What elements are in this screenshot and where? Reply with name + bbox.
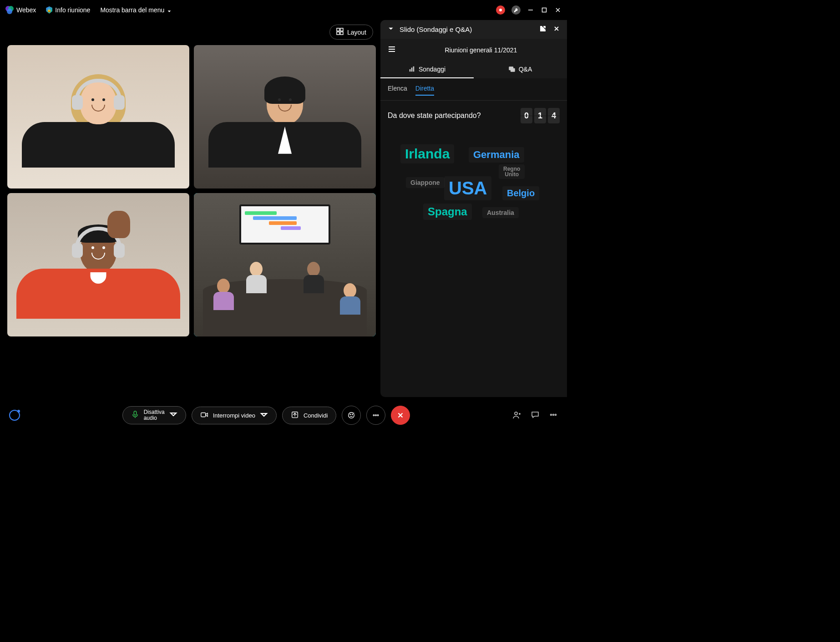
window-close-button[interactable] xyxy=(554,6,562,14)
svg-rect-18 xyxy=(134,411,136,415)
svg-point-31 xyxy=(553,414,554,415)
svg-point-22 xyxy=(350,414,350,414)
more-options-button[interactable] xyxy=(366,406,385,425)
svg-point-32 xyxy=(555,414,557,415)
webex-assistant-icon[interactable] xyxy=(9,410,20,421)
counter-digit: 4 xyxy=(548,108,560,123)
slido-poll-subtabs: Elenca Diretta xyxy=(380,78,567,101)
window-maximize-button[interactable] xyxy=(541,6,548,14)
svg-point-25 xyxy=(375,415,377,416)
subtab-live[interactable]: Diretta xyxy=(415,85,434,96)
meeting-info-label: Info riunione xyxy=(55,6,90,14)
tab-polls-label: Sondaggi xyxy=(419,66,445,73)
video-label: Interrompi video xyxy=(213,412,255,419)
participants-icon[interactable] xyxy=(512,410,521,421)
camera-icon xyxy=(200,411,208,420)
popout-icon[interactable] xyxy=(540,25,546,33)
share-button[interactable]: Condividi xyxy=(282,407,336,424)
participant-tile[interactable] xyxy=(7,193,189,336)
show-menu-label: Mostra barra del menu xyxy=(100,6,164,14)
hamburger-menu-icon[interactable] xyxy=(388,45,396,55)
svg-rect-17 xyxy=(511,68,515,71)
wordcloud-word: Spagna xyxy=(423,204,472,220)
wordcloud-word: Giappone xyxy=(406,177,445,188)
app-brand: Webex xyxy=(5,6,36,14)
wordcloud: USAIrlandaGermaniaSpagnaBelgioGiapponeRe… xyxy=(380,131,567,397)
mute-label: Disattivaaudio xyxy=(144,409,165,421)
meeting-info-button[interactable]: Info riunione xyxy=(46,6,90,14)
title-bar: Webex Info riunione Mostra barra del men… xyxy=(0,0,567,20)
meeting-controls-bar: Disattivaaudio Interrompi video Condiv xyxy=(0,397,567,433)
layout-button[interactable]: Layout xyxy=(329,25,373,40)
chevron-down-icon[interactable] xyxy=(260,411,268,420)
svg-rect-4 xyxy=(337,28,339,31)
poll-question-row: Da dove state partecipando? 0 1 4 xyxy=(380,101,567,131)
subtab-list[interactable]: Elenca xyxy=(388,85,407,96)
vote-counter: 0 1 4 xyxy=(521,108,560,123)
svg-point-21 xyxy=(349,413,354,418)
chevron-down-icon xyxy=(167,8,172,12)
participant-grid xyxy=(7,45,376,336)
slido-panel: Slido (Sondaggi e Q&A) Riunioni generali… xyxy=(380,20,567,397)
slido-event-title: Riunioni generali 11/2021 xyxy=(402,46,560,54)
encryption-indicator-icon[interactable] xyxy=(511,5,521,15)
svg-rect-13 xyxy=(410,69,411,71)
slido-panel-title: Slido (Sondaggi e Q&A) xyxy=(400,25,472,33)
app-name: Webex xyxy=(16,6,36,14)
participant-tile[interactable] xyxy=(194,45,376,189)
svg-rect-5 xyxy=(340,28,343,31)
svg-rect-1 xyxy=(542,8,547,12)
chat-icon[interactable] xyxy=(531,410,540,421)
svg-point-26 xyxy=(378,415,379,416)
svg-rect-7 xyxy=(340,32,343,35)
chevron-down-icon[interactable] xyxy=(169,410,177,420)
panel-options-icon[interactable] xyxy=(549,410,558,421)
share-icon xyxy=(291,411,299,420)
tab-qa[interactable]: Q&A xyxy=(474,61,567,78)
wordcloud-word: Australia xyxy=(482,207,519,218)
mute-button[interactable]: Disattivaaudio xyxy=(122,406,186,424)
wordcloud-word: Irlanda xyxy=(400,144,454,163)
tab-polls[interactable]: Sondaggi xyxy=(380,61,474,78)
end-meeting-button[interactable] xyxy=(391,406,410,425)
wordcloud-word: USA xyxy=(444,176,491,200)
layout-label: Layout xyxy=(347,29,366,36)
counter-digit: 1 xyxy=(534,108,546,123)
svg-point-23 xyxy=(352,414,353,414)
window-minimize-button[interactable] xyxy=(527,6,534,14)
microphone-icon xyxy=(131,410,139,420)
svg-rect-19 xyxy=(201,413,205,417)
svg-point-29 xyxy=(515,412,517,415)
video-grid-area: Layout xyxy=(7,20,376,397)
poll-question: Da dove state partecipando? xyxy=(388,112,481,120)
recording-indicator-icon[interactable] xyxy=(496,5,505,15)
svg-rect-14 xyxy=(411,68,413,72)
participant-tile[interactable] xyxy=(194,193,376,336)
wordcloud-word: Germania xyxy=(469,147,524,163)
tab-qa-label: Q&A xyxy=(519,66,532,73)
slido-panel-header: Slido (Sondaggi e Q&A) xyxy=(380,20,567,39)
svg-rect-15 xyxy=(413,66,415,71)
participant-tile[interactable] xyxy=(7,45,189,189)
stop-video-button[interactable]: Interrompi video xyxy=(192,407,277,424)
slido-main-tabs: Sondaggi Q&A xyxy=(380,61,567,78)
wordcloud-word: RegnoUnito xyxy=(499,164,525,179)
share-label: Condividi xyxy=(304,412,328,419)
wordcloud-word: Belgio xyxy=(502,186,539,200)
close-panel-button[interactable] xyxy=(553,25,560,33)
shield-lock-icon xyxy=(46,6,52,14)
reactions-button[interactable] xyxy=(342,406,361,425)
webex-logo-icon xyxy=(5,6,14,14)
svg-rect-6 xyxy=(337,32,339,35)
svg-point-24 xyxy=(374,415,375,416)
show-menu-bar-button[interactable]: Mostra barra del menu xyxy=(100,6,172,14)
svg-point-30 xyxy=(551,414,552,415)
collapse-panel-button[interactable] xyxy=(388,25,394,33)
slido-event-header: Riunioni generali 11/2021 xyxy=(380,39,567,61)
layout-icon xyxy=(336,28,344,36)
counter-digit: 0 xyxy=(521,108,532,123)
